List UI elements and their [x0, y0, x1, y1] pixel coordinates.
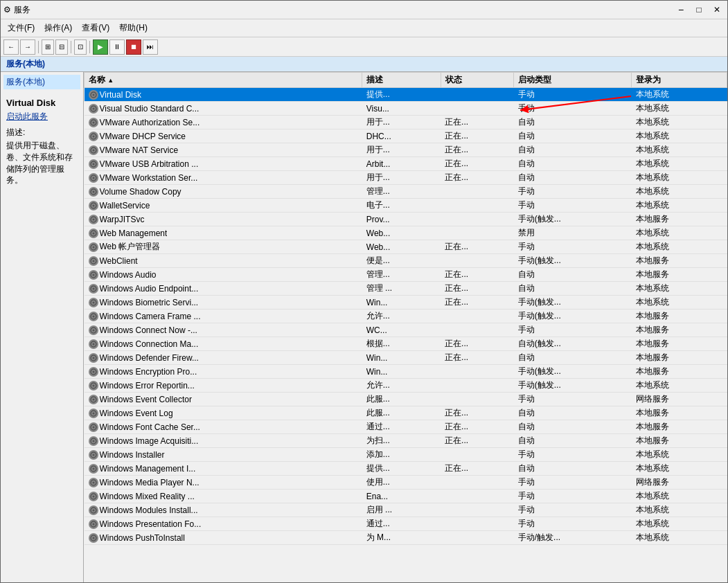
- table-row[interactable]: Windows Mixed Reality ...Ena...手动本地系统: [85, 490, 727, 503]
- window-title: 服务: [14, 4, 30, 16]
- table-row[interactable]: Windows Installer添加...手动本地系统: [85, 448, 727, 462]
- service-desc-cell: Visu...: [362, 102, 441, 116]
- properties-button[interactable]: ⊟: [55, 39, 68, 55]
- service-name-cell: Visual Studio Standard C...: [100, 104, 199, 114]
- service-startup-cell: 手动(触发...: [514, 365, 632, 379]
- service-desc-cell: 用于...: [362, 116, 441, 129]
- table-row[interactable]: Windows Defender Firew...Win...正在...自动本地…: [85, 351, 727, 365]
- svg-point-19: [92, 218, 94, 220]
- gear-icon: [89, 256, 98, 266]
- service-startup-cell: 手动: [514, 323, 632, 337]
- menu-help[interactable]: 帮助(H): [115, 21, 152, 35]
- service-logon-cell: 网络服务: [632, 476, 727, 490]
- table-row[interactable]: Windows Biometric Servi...Win...正在...手动(…: [85, 296, 727, 310]
- service-startup-cell: 自动: [514, 157, 632, 171]
- table-row[interactable]: VMware Workstation Ser...用于...正在...自动本地系…: [85, 171, 727, 185]
- table-row[interactable]: Windows Modules Install...启用 ...手动本地系统: [85, 503, 727, 517]
- table-row[interactable]: Windows PushToInstall为 M...手动/触发...本地系统: [85, 531, 727, 545]
- service-startup-cell: 手动: [514, 503, 632, 517]
- service-name-cell: VMware Workstation Ser...: [100, 173, 198, 183]
- table-row[interactable]: Windows Audio Endpoint...管理 ...正在...自动本地…: [85, 282, 727, 296]
- table-row[interactable]: Windows Encryption Pro...Win...手动(触发...本…: [85, 365, 727, 379]
- service-startup-cell: 自动: [514, 434, 632, 448]
- service-logon-cell: 本地系统: [632, 296, 727, 310]
- new-window-button[interactable]: ⊡: [74, 39, 87, 55]
- service-startup-cell: 手动: [514, 490, 632, 503]
- service-logon-cell: 本地服务: [632, 406, 727, 420]
- table-row[interactable]: Volume Shadow Copy管理...手动本地系统: [85, 185, 727, 199]
- table-row[interactable]: Windows Presentation Fo...通过...手动本地系统: [85, 517, 727, 531]
- window-icon: ⚙: [3, 5, 11, 15]
- service-logon-cell: 本地服务: [632, 323, 727, 337]
- gear-icon: [89, 215, 98, 224]
- menu-view[interactable]: 查看(V): [78, 21, 114, 35]
- table-row[interactable]: Web 帐户管理器Web...正在...手动本地系统: [85, 240, 727, 254]
- table-row[interactable]: VMware NAT Service用于...正在...自动本地系统: [85, 143, 727, 157]
- table-row[interactable]: Windows Camera Frame ...允许...手动(触发...本地服…: [85, 310, 727, 323]
- table-row[interactable]: VMware USB Arbitration ...Arbit...正在...自…: [85, 157, 727, 171]
- service-status-cell: 正在...: [441, 129, 514, 143]
- left-panel-nav-item[interactable]: 服务(本地): [3, 75, 80, 89]
- desc-title: 描述:: [6, 127, 78, 138]
- table-row[interactable]: Windows Image Acquisiti...为扫...正在...自动本地…: [85, 434, 727, 448]
- col-status-header[interactable]: 状态: [441, 73, 514, 88]
- pause-button[interactable]: ⏸: [109, 39, 125, 55]
- service-logon-cell: 本地系统: [632, 143, 727, 157]
- menu-action[interactable]: 操作(A): [40, 21, 76, 35]
- back-button[interactable]: ←: [3, 39, 19, 55]
- menu-file[interactable]: 文件(F): [3, 21, 39, 35]
- table-row[interactable]: WarpJITSvcProv...手动(触发...本地服务: [85, 213, 727, 226]
- toolbar-sep1: [38, 41, 39, 53]
- table-row[interactable]: Windows Connection Ma...根据...正在...自动(触发.…: [85, 337, 727, 351]
- table-row[interactable]: VMware DHCP ServiceDHC...正在...自动本地系统: [85, 129, 727, 143]
- service-name-cell: Windows Management I...: [100, 464, 196, 474]
- table-row[interactable]: Visual Studio Standard C...Visu...手动本地系统: [85, 102, 727, 116]
- service-desc-cell: 此服...: [362, 406, 441, 420]
- gear-icon: [89, 284, 98, 294]
- table-row[interactable]: Windows Management I...提供...正在...自动本地系统: [85, 462, 727, 476]
- maximize-button[interactable]: □: [691, 2, 707, 17]
- table-row[interactable]: Windows Error Reportin...允许...手动(触发...本地…: [85, 379, 727, 393]
- table-row[interactable]: WebClient便是...手动(触发...本地服务: [85, 254, 727, 268]
- col-logon-header[interactable]: 登录为: [632, 73, 727, 88]
- svg-point-1: [92, 93, 94, 96]
- service-logon-cell: 本地系统: [632, 517, 727, 531]
- show-hide-button[interactable]: ⊞: [42, 39, 54, 55]
- table-row[interactable]: Virtual Disk提供...手动本地系统: [85, 88, 727, 102]
- table-row[interactable]: VMware Authorization Se...用于...正在...自动本地…: [85, 116, 727, 129]
- service-desc-cell: Win...: [362, 351, 441, 365]
- gear-icon: [89, 145, 98, 155]
- stop-button[interactable]: ⏹: [126, 39, 141, 55]
- col-desc-header[interactable]: 描述: [362, 73, 441, 88]
- svg-point-37: [92, 343, 94, 345]
- gear-icon: [89, 367, 98, 377]
- address-label: 服务(本地): [6, 58, 45, 70]
- start-service-link[interactable]: 启动此服务: [6, 111, 78, 123]
- col-startup-header[interactable]: 启动类型: [514, 73, 632, 88]
- services-table-container[interactable]: 名称 ▲ 描述 状态 启动类型 登录为 Virtual Disk提供...手动本…: [84, 72, 727, 583]
- table-row[interactable]: Web ManagementWeb...禁用本地系统: [85, 226, 727, 240]
- svg-point-9: [92, 149, 94, 151]
- table-row[interactable]: Windows Font Cache Ser...通过...正在...自动本地服…: [85, 420, 727, 434]
- table-row[interactable]: Windows Event Collector此服...手动网络服务: [85, 393, 727, 406]
- table-row[interactable]: Windows Audio管理...正在...自动本地服务: [85, 268, 727, 282]
- forward-button[interactable]: →: [20, 39, 35, 55]
- gear-icon: [89, 353, 98, 363]
- table-row[interactable]: Windows Connect Now -...WC...手动本地服务: [85, 323, 727, 337]
- gear-icon: [89, 533, 98, 543]
- close-button[interactable]: ✕: [709, 2, 725, 17]
- gear-icon: [89, 464, 98, 474]
- restart-button[interactable]: ⏭: [143, 39, 158, 55]
- svg-point-35: [92, 329, 94, 331]
- service-status-cell: [441, 185, 514, 199]
- table-row[interactable]: Windows Event Log此服...正在...自动本地服务: [85, 406, 727, 420]
- table-row[interactable]: Windows Media Player N...使用...手动网络服务: [85, 476, 727, 490]
- col-name-header[interactable]: 名称 ▲: [85, 73, 362, 88]
- minimize-button[interactable]: −: [673, 2, 689, 17]
- table-row[interactable]: WalletService电子...手动本地系统: [85, 199, 727, 213]
- service-status-cell: [441, 102, 514, 116]
- service-name-cell: Windows Biometric Servi...: [100, 298, 199, 307]
- service-status-cell: 正在...: [441, 240, 514, 254]
- service-startup-cell: 手动: [514, 448, 632, 462]
- play-button[interactable]: ▶: [93, 39, 108, 55]
